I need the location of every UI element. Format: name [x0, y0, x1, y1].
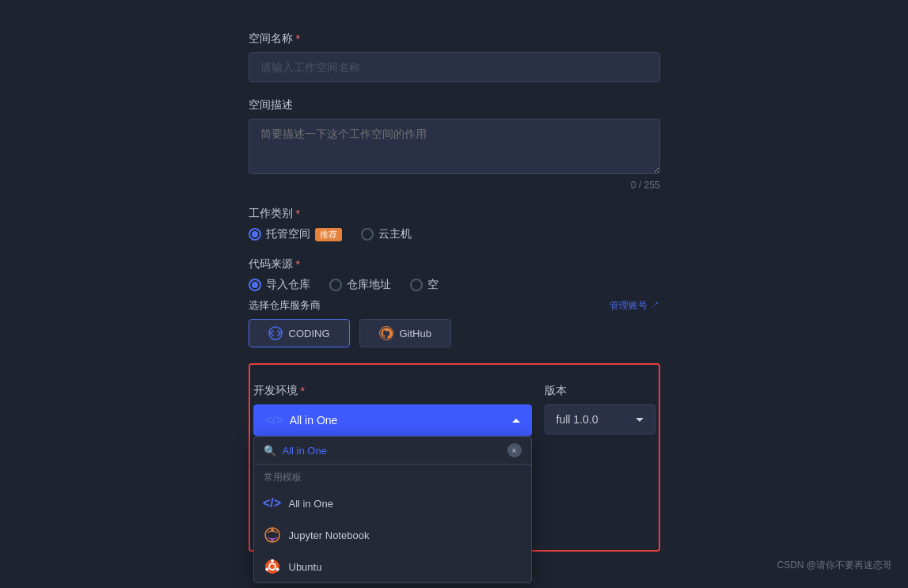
manage-link[interactable]: 管理账号 ↗	[610, 299, 659, 313]
selected-code-icon: </>	[265, 413, 283, 427]
radio-cloud-input[interactable]	[361, 228, 374, 241]
dropdown-list: 🔍 × 常用模板 </> All in On	[253, 436, 532, 583]
required-star: *	[296, 32, 300, 45]
dropdown-item-jupyter[interactable]: Jupyter Notebook	[254, 519, 531, 551]
svg-point-9	[265, 568, 268, 571]
radio-empty[interactable]: 空	[410, 278, 439, 292]
radio-import[interactable]: 导入仓库	[249, 278, 310, 292]
selected-content: </> All in One	[265, 413, 338, 427]
dev-env-section: 开发环境 * </> All in One	[253, 384, 655, 436]
github-logo-icon	[379, 326, 393, 340]
coding-provider-btn[interactable]: CODING	[249, 319, 350, 347]
radio-hosting-input[interactable]	[249, 228, 261, 241]
search-icon: 🔍	[264, 445, 276, 457]
radio-empty-input[interactable]	[410, 279, 423, 291]
chevron-up-icon	[512, 419, 520, 423]
chevron-down-icon	[636, 418, 644, 422]
space-desc-textarea[interactable]	[249, 119, 660, 174]
selected-env-text: All in One	[290, 414, 338, 427]
all-in-one-icon: </>	[264, 495, 281, 512]
dev-env-row: 开发环境 * </> All in One	[253, 384, 655, 436]
space-name-section: 空间名称 *	[249, 32, 660, 82]
recommend-badge: 推荐	[315, 228, 342, 241]
dropdown-category: 常用模板	[254, 465, 531, 487]
radio-cloud[interactable]: 云主机	[361, 227, 412, 241]
code-source-label: 代码来源 *	[249, 257, 660, 271]
csdn-watermark: CSDN @请你不要再迷恋哥	[777, 559, 892, 572]
github-provider-btn[interactable]: GitHub	[359, 319, 451, 347]
ubuntu-icon	[264, 558, 281, 575]
version-dropdown[interactable]: full 1.0.0	[545, 404, 655, 434]
radio-import-input[interactable]	[249, 279, 261, 291]
coding-logo-icon	[268, 326, 283, 340]
space-name-input[interactable]	[249, 52, 660, 82]
jupyter-icon	[264, 526, 281, 544]
version-label: 版本	[545, 384, 655, 398]
radio-address[interactable]: 仓库地址	[329, 278, 391, 292]
required-star-source: *	[296, 258, 300, 271]
dev-env-dropdown[interactable]: </> All in One	[253, 404, 532, 436]
provider-buttons: CODING GitHub	[249, 319, 660, 347]
dropdown-item-ubuntu[interactable]: Ubuntu	[254, 551, 531, 582]
textarea-counter: 0 / 255	[249, 180, 660, 191]
work-type-radio-group: 托管空间 推荐 云主机	[249, 227, 660, 241]
dev-env-red-outline: 开发环境 * </> All in One	[249, 363, 660, 552]
dropdown-item-all-in-one[interactable]: </> All in One	[254, 487, 531, 519]
work-type-label: 工作类别 *	[249, 207, 660, 221]
svg-point-7	[271, 560, 274, 563]
space-desc-label: 空间描述	[249, 98, 660, 112]
space-name-label: 空间名称 *	[249, 32, 660, 46]
provider-section: 选择仓库服务商 管理账号 ↗ CODING	[249, 298, 660, 347]
required-star-env: *	[301, 385, 305, 397]
dropdown-search-input[interactable]	[283, 445, 501, 457]
dev-env-label: 开发环境 *	[253, 384, 532, 398]
dropdown-search: 🔍 ×	[254, 437, 531, 465]
svg-point-8	[275, 568, 279, 571]
space-desc-section: 空间描述 0 / 255	[249, 98, 660, 191]
clear-search-btn[interactable]: ×	[507, 443, 522, 457]
code-source-section: 代码来源 * 导入仓库 仓库地址 空 选择仓库服务商 管理账号 ↗	[249, 257, 660, 347]
version-selected-text: full 1.0.0	[557, 413, 598, 426]
code-source-radio-group: 导入仓库 仓库地址 空	[249, 278, 660, 292]
required-star-type: *	[296, 207, 300, 220]
provider-label: 选择仓库服务商 管理账号 ↗	[249, 298, 660, 313]
version-col: 版本 full 1.0.0	[545, 384, 655, 434]
work-type-section: 工作类别 * 托管空间 推荐 云主机	[249, 207, 660, 241]
radio-hosting[interactable]: 托管空间 推荐	[249, 227, 342, 241]
dev-env-col: 开发环境 * </> All in One	[253, 384, 532, 436]
radio-address-input[interactable]	[329, 279, 342, 291]
